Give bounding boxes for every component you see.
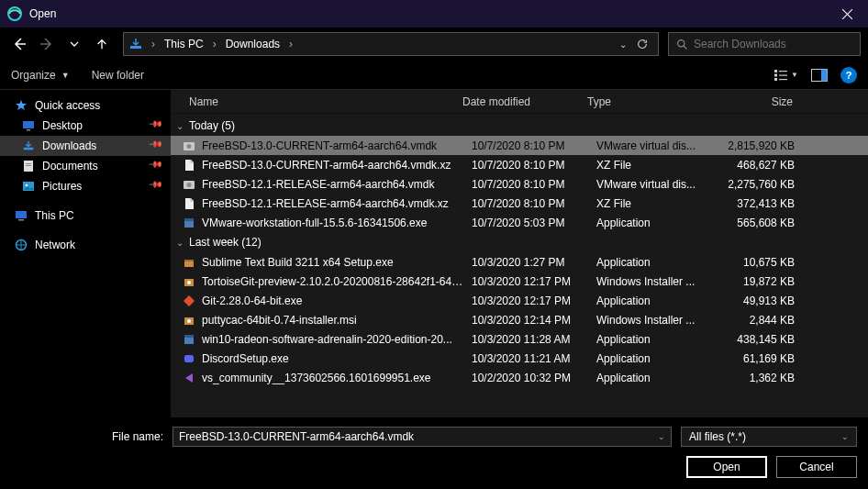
file-list[interactable]: ⌄Today (5)FreeBSD-13.0-CURRENT-arm64-aar… xyxy=(171,114,868,417)
file-type: Application xyxy=(589,372,719,384)
svg-rect-8 xyxy=(774,78,777,81)
svg-rect-11 xyxy=(779,79,787,80)
file-row[interactable]: win10-radeon-software-adrenalin-2020-edi… xyxy=(171,329,868,349)
pin-icon: 📌 xyxy=(149,136,163,150)
file-row[interactable]: FreeBSD-12.1-RELEASE-arm64-aarch64.vmdk.… xyxy=(171,194,868,213)
file-row[interactable]: FreeBSD-13.0-CURRENT-arm64-aarch64.vmdk.… xyxy=(171,155,868,174)
file-row[interactable]: TortoiseGit-preview-2.10.2.0-20200816-28… xyxy=(171,272,868,291)
col-date[interactable]: Date modified xyxy=(455,95,580,108)
svg-point-36 xyxy=(187,319,191,323)
forward-button[interactable] xyxy=(35,32,59,56)
breadcrumb-downloads[interactable]: Downloads xyxy=(220,35,285,53)
file-date: 10/3/2020 12:17 PM xyxy=(464,275,589,288)
star-icon xyxy=(13,99,29,112)
chevron-down-icon[interactable]: ⌄ xyxy=(619,39,627,50)
file-name: puttycac-64bit-0.74-installer.msi xyxy=(198,314,464,327)
organize-menu[interactable]: Organize ▼ xyxy=(11,69,70,82)
chevron-right-icon: › xyxy=(150,38,157,50)
pin-icon: 📌 xyxy=(149,116,163,130)
pc-icon xyxy=(13,210,29,221)
file-size: 2,844 KB xyxy=(719,314,811,327)
file-row[interactable]: VMware-workstation-full-15.5.6-16341506.… xyxy=(171,213,868,232)
new-folder-button[interactable]: New folder xyxy=(92,69,144,82)
file-type: VMware virtual dis... xyxy=(589,139,719,152)
col-size[interactable]: Size xyxy=(710,95,802,108)
col-type[interactable]: Type xyxy=(580,95,710,108)
app-edge-icon xyxy=(7,6,22,21)
file-type: XZ File xyxy=(589,159,719,172)
nav-label: Network xyxy=(35,239,75,251)
back-button[interactable] xyxy=(7,32,31,56)
filename-combobox[interactable]: ⌄ xyxy=(172,427,672,447)
col-name[interactable]: Name xyxy=(171,95,455,108)
file-row[interactable]: DiscordSetup.exe10/3/2020 11:21 AMApplic… xyxy=(171,349,868,368)
file-size: 61,169 KB xyxy=(719,352,811,365)
chevron-down-icon xyxy=(70,39,79,49)
svg-rect-15 xyxy=(27,129,30,131)
window-title: Open xyxy=(29,7,56,20)
file-group-header[interactable]: ⌄Today (5) xyxy=(171,116,868,136)
desktop-icon xyxy=(20,120,37,131)
file-row[interactable]: FreeBSD-12.1-RELEASE-arm64-aarch64.vmdk1… xyxy=(171,174,868,194)
filetype-filter[interactable]: All files (*.*) ⌄ xyxy=(681,427,857,447)
open-button[interactable]: Open xyxy=(686,456,767,478)
titlebar: Open xyxy=(0,0,868,28)
address-bar[interactable]: › This PC › Downloads › ⌄ xyxy=(123,32,659,56)
up-button[interactable] xyxy=(90,32,114,56)
file-date: 10/3/2020 1:27 PM xyxy=(464,256,589,269)
file-type-icon xyxy=(180,159,198,172)
nav-documents[interactable]: Documents 📌 xyxy=(0,156,171,176)
file-size: 438,145 KB xyxy=(719,333,811,346)
nav-this-pc[interactable]: This PC xyxy=(0,206,171,226)
filename-label: File name: xyxy=(11,430,163,443)
nav-downloads[interactable]: Downloads 📌 xyxy=(0,136,171,156)
file-type-icon xyxy=(180,256,198,269)
file-type: Application xyxy=(589,333,719,346)
file-row[interactable]: FreeBSD-13.0-CURRENT-arm64-aarch64.vmdk1… xyxy=(171,136,868,155)
nav-desktop[interactable]: Desktop 📌 xyxy=(0,116,171,136)
nav-label: Desktop xyxy=(42,119,83,132)
recent-button[interactable] xyxy=(62,32,86,56)
nav-quick-access[interactable]: Quick access xyxy=(0,95,171,116)
file-row[interactable]: Sublime Text Build 3211 x64 Setup.exe10/… xyxy=(171,252,868,272)
search-input[interactable] xyxy=(694,38,852,50)
view-options-button[interactable]: ▼ xyxy=(773,69,798,82)
file-row[interactable]: vs_community__1373602566.1601699951.exe1… xyxy=(171,368,868,387)
chevron-right-icon: › xyxy=(211,38,218,50)
file-group-header[interactable]: ⌄Last week (12) xyxy=(171,232,868,252)
close-button[interactable] xyxy=(826,0,868,28)
command-bar: Organize ▼ New folder ▼ ? xyxy=(0,61,868,90)
nav-network[interactable]: Network xyxy=(0,235,171,255)
help-icon: ? xyxy=(846,70,852,81)
filename-input[interactable] xyxy=(179,430,658,443)
file-list-area: Name Date modified Type Size ⌄Today (5)F… xyxy=(171,90,868,417)
refresh-icon[interactable] xyxy=(636,38,649,50)
file-type-icon xyxy=(180,314,198,327)
file-size: 372,413 KB xyxy=(719,197,811,210)
file-size: 10,675 KB xyxy=(719,256,811,269)
svg-rect-3 xyxy=(130,46,141,49)
breadcrumb-this-pc[interactable]: This PC xyxy=(159,35,209,53)
file-name: TortoiseGit-preview-2.10.2.0-20200816-28… xyxy=(198,275,464,288)
svg-point-34 xyxy=(187,281,191,284)
file-type-icon xyxy=(180,139,198,152)
chevron-right-icon: › xyxy=(287,38,295,50)
chevron-down-icon[interactable]: ⌄ xyxy=(658,432,665,441)
help-button[interactable]: ? xyxy=(840,67,857,83)
cancel-button[interactable]: Cancel xyxy=(776,456,857,478)
file-row[interactable]: puttycac-64bit-0.74-installer.msi10/3/20… xyxy=(171,310,868,329)
file-type: Application xyxy=(589,295,719,307)
file-date: 10/7/2020 8:10 PM xyxy=(464,139,589,152)
file-type-icon xyxy=(180,372,198,384)
preview-pane-icon[interactable] xyxy=(811,69,828,82)
arrow-right-icon xyxy=(39,37,54,51)
search-box[interactable] xyxy=(668,32,861,56)
file-name: FreeBSD-13.0-CURRENT-arm64-aarch64.vmdk xyxy=(198,139,464,152)
file-row[interactable]: Git-2.28.0-64-bit.exe10/3/2020 12:17 PMA… xyxy=(171,291,868,310)
nav-label: Quick access xyxy=(35,99,100,112)
nav-pictures[interactable]: Pictures 📌 xyxy=(0,176,171,196)
pin-icon: 📌 xyxy=(149,176,163,191)
file-type-icon xyxy=(180,333,198,346)
pictures-icon xyxy=(20,181,37,192)
nav-label: Pictures xyxy=(42,180,82,193)
